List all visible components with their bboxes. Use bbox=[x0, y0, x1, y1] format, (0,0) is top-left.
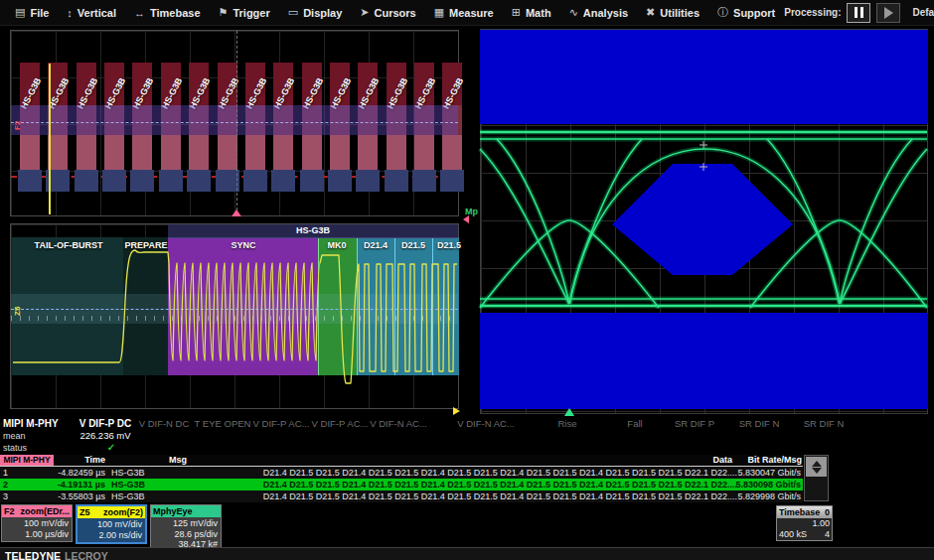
menu-vertical[interactable]: ↕Vertical bbox=[58, 0, 125, 26]
timebase-tdiv: 1.00 bbox=[812, 518, 830, 529]
menu-label: Display bbox=[303, 7, 342, 19]
eye-crossing-marker-icon bbox=[564, 408, 574, 416]
row-bitrate: 5.829998 Gbit/s bbox=[721, 490, 801, 502]
eye-diagram-traces bbox=[472, 28, 930, 416]
row-bitrate: 5.830098 Gbit/s bbox=[721, 479, 801, 490]
measure-icon: ▦ bbox=[434, 6, 444, 19]
row-data: D21.4 D21.5 D21.5 D21.4 D21.5 D21.5 D21.… bbox=[191, 467, 737, 479]
measure-col-vdifpac1[interactable]: V DIF-P AC... bbox=[253, 418, 310, 429]
row-index: 1 bbox=[3, 467, 8, 479]
support-icon: ⓘ bbox=[717, 5, 728, 20]
menu-bar: ▤File ↕Vertical ↔Timebase ⚑Trigger ▭Disp… bbox=[0, 0, 934, 26]
measure-col-vdifndc[interactable]: V DIF-N DC bbox=[139, 418, 190, 429]
measure-col-srdifp[interactable]: SR DIF P bbox=[675, 418, 714, 429]
tdiv-value: 2.00 ns/div bbox=[78, 530, 142, 541]
vdiv-value: 100 mV/div bbox=[78, 519, 142, 530]
menu-label: Timebase bbox=[150, 7, 201, 19]
play-button[interactable] bbox=[876, 3, 900, 23]
row-msg: HS-G3B bbox=[111, 467, 145, 479]
trigger-position-line bbox=[236, 31, 237, 215]
pause-icon bbox=[855, 7, 857, 18]
center-mask-hexagon bbox=[612, 164, 793, 275]
menu-file[interactable]: ▤File bbox=[6, 0, 58, 26]
table-scrollbar[interactable] bbox=[804, 455, 829, 501]
descriptor-f2[interactable]: F2 zoom(EDr... 100 mV/div 1.00 µs/div bbox=[1, 504, 73, 542]
menu-cursors[interactable]: ➤Cursors bbox=[351, 0, 424, 26]
upper-mask bbox=[480, 30, 928, 124]
brand-footer: TELEDYNELECROY bbox=[0, 547, 934, 560]
table-row[interactable]: 3 -3.55803 µs HS-G3B D21.4 D21.5 D21.5 D… bbox=[0, 490, 803, 502]
measure-col-vdifpdc[interactable]: V DIF-P DC bbox=[79, 418, 132, 429]
measure-col-srdifn2[interactable]: SR DIF N bbox=[804, 418, 845, 429]
zoom-region-cursor[interactable] bbox=[49, 64, 51, 214]
zoom-trace-z5-panel[interactable]: HS-G3B TAIL-OF-BURST PREPARE SYNC MK0 D2… bbox=[10, 223, 459, 409]
col-header-time: Time bbox=[56, 455, 105, 465]
timebase-rate: 4 bbox=[825, 529, 830, 540]
trigger-level-marker-icon bbox=[463, 215, 469, 223]
tdiv-value: 1.00 µs/div bbox=[2, 529, 69, 540]
menu-label: Cursors bbox=[375, 7, 416, 19]
menu-support[interactable]: ⓘSupport bbox=[708, 0, 784, 26]
measure-col-fall[interactable]: Fall bbox=[627, 418, 642, 429]
math-icon: ⊞ bbox=[512, 6, 521, 19]
cursors-icon: ➤ bbox=[360, 6, 369, 19]
menu-label: File bbox=[30, 7, 49, 19]
scroll-down-icon bbox=[812, 468, 822, 474]
pause-button[interactable] bbox=[847, 3, 870, 23]
timebase-title: Timebase bbox=[779, 507, 820, 517]
row-time: -4.19131 µs bbox=[30, 479, 105, 490]
decode-table: MIPI M-PHY Time Msg Data Bit Rate/Msg 1 … bbox=[0, 455, 830, 501]
measurement-strip: MIPI M-PHY mean status V DIF-P DC V DIF-… bbox=[0, 416, 934, 455]
measure-col-vdifpac2[interactable]: V DIF-P AC... bbox=[312, 418, 369, 429]
f2-zero-level-line bbox=[11, 122, 458, 123]
decode-table-header: MIPI M-PHY Time Msg Data Bit Rate/Msg bbox=[0, 455, 803, 467]
menu-trigger[interactable]: ⚑Trigger bbox=[210, 0, 279, 26]
menu-display[interactable]: ▭Display bbox=[279, 0, 352, 26]
measure-col-teyeopen[interactable]: T EYE OPEN bbox=[195, 418, 251, 429]
menu-utilities[interactable]: ✖Utilities bbox=[637, 0, 708, 26]
measure-title: MIPI M-PHY bbox=[3, 418, 59, 429]
measure-col-vdifnac1[interactable]: V DIF-N AC... bbox=[370, 418, 427, 429]
measure-col-srdifn1[interactable]: SR DIF N bbox=[739, 418, 780, 429]
menu-timebase[interactable]: ↔Timebase bbox=[125, 0, 210, 26]
vdiv-value: 125 mV/div bbox=[151, 518, 218, 529]
descriptor-id: F2 bbox=[4, 506, 15, 516]
scroll-up-icon bbox=[812, 461, 822, 467]
row-msg: HS-G3B bbox=[111, 479, 145, 490]
descriptor-function: zoom(EDr... bbox=[20, 506, 70, 516]
f2-channel-label: F2 bbox=[13, 121, 22, 130]
trigger-icon: ⚑ bbox=[219, 6, 229, 19]
menu-measure[interactable]: ▦Measure bbox=[425, 0, 503, 26]
file-icon: ▤ bbox=[15, 6, 25, 19]
zoom-trace-f2-panel[interactable]: HS-G3B HS-G3B HS-G3B HS-G3B HS-G3B HS-G3… bbox=[10, 30, 459, 216]
measure-col-rise[interactable]: Rise bbox=[557, 418, 576, 429]
scroll-buttons[interactable] bbox=[806, 457, 827, 477]
menu-label: Vertical bbox=[78, 7, 116, 19]
lower-mask bbox=[480, 313, 928, 409]
menu-analysis[interactable]: ∿Analysis bbox=[560, 0, 637, 26]
table-row-selected[interactable]: 2 -4.19131 µs HS-G3B D21.4 D21.5 D21.5 D… bbox=[0, 479, 803, 490]
timebase-descriptor[interactable]: Timebase 0 1.00 400 kS4 bbox=[776, 505, 833, 541]
descriptor-function: zoom(F2) bbox=[103, 507, 143, 517]
menu-math[interactable]: ⊞Math bbox=[503, 0, 560, 26]
protocol-badge[interactable]: MIPI M-PHY bbox=[0, 455, 54, 466]
descriptor-id: MphyEye bbox=[153, 506, 193, 516]
pause-icon bbox=[860, 7, 863, 18]
brand-teledyne: TELEDYNE bbox=[5, 550, 61, 560]
col-header-msg: Msg bbox=[169, 455, 187, 465]
descriptor-z5-selected[interactable]: Z5 zoom(F2) 100 mV/div 2.00 ns/div bbox=[76, 504, 147, 544]
tdiv-value: 28.6 ps/div bbox=[151, 529, 218, 540]
table-row[interactable]: 1 -4.82459 µs HS-G3B D21.4 D21.5 D21.5 D… bbox=[0, 467, 803, 479]
row-index: 2 bbox=[3, 479, 8, 490]
timebase-offset: 0 bbox=[825, 507, 830, 517]
vdiv-value: 100 mV/div bbox=[2, 518, 69, 529]
descriptor-mphyeye[interactable]: MphyEye 125 mV/div 28.6 ps/div 38.417 k# bbox=[150, 504, 222, 553]
utilities-icon: ✖ bbox=[646, 6, 655, 19]
row-data: D21.4 D21.5 D21.5 D21.4 D21.5 D21.5 D21.… bbox=[191, 479, 737, 490]
menu-label: Math bbox=[526, 7, 551, 19]
timebase-samples: 400 kS bbox=[779, 529, 807, 540]
brand-lecroy: LECROY bbox=[65, 550, 108, 560]
default-label: Default: bbox=[912, 7, 934, 18]
eye-diagram-panel[interactable]: Mp bbox=[472, 28, 930, 416]
measure-col-vdifnac2[interactable]: V DIF-N AC... bbox=[457, 418, 515, 429]
